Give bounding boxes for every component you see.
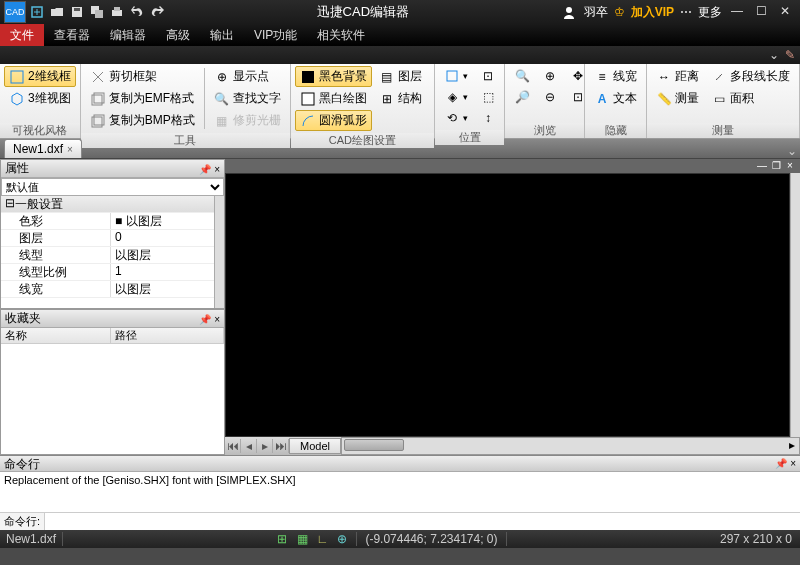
pin-icon[interactable]: 📌 bbox=[199, 164, 211, 175]
ribbon-collapse-icon[interactable]: ⌄ bbox=[766, 48, 782, 62]
model-tab[interactable]: Model bbox=[289, 438, 341, 454]
btn-distance[interactable]: ↔距离 bbox=[651, 66, 704, 87]
btn-zoom4[interactable]: ⊖ bbox=[537, 87, 563, 107]
props-section[interactable]: ⊟ 一般设置 bbox=[1, 196, 214, 213]
grid-icon[interactable]: ▦ bbox=[294, 532, 310, 546]
username[interactable]: 羽卒 bbox=[584, 4, 608, 21]
btn-pos2[interactable]: ◈▾ bbox=[439, 87, 473, 107]
more-icon: ⋯ bbox=[680, 5, 692, 19]
prop-row[interactable]: 线宽以图层 bbox=[1, 281, 214, 298]
status-coord: (-9.074446; 7.234174; 0) bbox=[356, 532, 506, 546]
save-icon[interactable] bbox=[68, 3, 86, 21]
group-visual: 可视化风格 bbox=[0, 123, 80, 138]
tab-nav-prev[interactable]: ◂ bbox=[241, 439, 257, 453]
btn-structure[interactable]: ⊞结构 bbox=[374, 88, 427, 109]
panel-close-icon[interactable]: × bbox=[214, 164, 220, 175]
canvas-vscroll[interactable] bbox=[790, 173, 800, 437]
ortho-icon[interactable]: ∟ bbox=[314, 532, 330, 546]
btn-black-bg[interactable]: 黑色背景 bbox=[295, 66, 372, 87]
maximize-button[interactable]: ☐ bbox=[752, 4, 770, 20]
svg-rect-15 bbox=[302, 71, 314, 83]
canvas-hscroll[interactable]: ◂ ▸ bbox=[341, 437, 800, 455]
prop-row[interactable]: 线型比例1 bbox=[1, 264, 214, 281]
btn-text[interactable]: A文本 bbox=[589, 88, 642, 109]
group-measure: 测量 bbox=[647, 123, 799, 138]
canvas-min-icon[interactable]: — bbox=[756, 160, 768, 172]
vip-link[interactable]: 加入VIP bbox=[631, 4, 674, 21]
fav-panel-title: 收藏夹 📌 × bbox=[1, 310, 224, 328]
menu-output[interactable]: 输出 bbox=[200, 24, 244, 46]
props-select[interactable]: 默认值 bbox=[1, 178, 224, 196]
titlebar: CAD 迅捷CAD编辑器 羽卒 ♔ 加入VIP ⋯ 更多 — ☐ ✕ bbox=[0, 0, 800, 24]
panel-close-icon[interactable]: × bbox=[214, 314, 220, 325]
btn-polyline-len[interactable]: ⟋多段线长度 bbox=[706, 66, 795, 87]
menu-related[interactable]: 相关软件 bbox=[307, 24, 375, 46]
print-icon[interactable] bbox=[108, 3, 126, 21]
pin-icon[interactable]: 📌 bbox=[775, 458, 787, 469]
btn-smooth-arc[interactable]: 圆滑弧形 bbox=[295, 110, 372, 131]
btn-pos1[interactable]: ▾ bbox=[439, 66, 473, 86]
close-button[interactable]: ✕ bbox=[776, 4, 794, 20]
btn-cut-frame[interactable]: 剪切框架 bbox=[85, 66, 200, 87]
minimize-button[interactable]: — bbox=[728, 4, 746, 20]
canvas-max-icon[interactable]: ❐ bbox=[770, 160, 782, 172]
btn-show-points[interactable]: ⊕显示点 bbox=[209, 66, 286, 87]
canvas-close-icon[interactable]: × bbox=[784, 160, 796, 172]
doc-tab[interactable]: New1.dxf× bbox=[4, 139, 82, 158]
btn-zoom1[interactable]: 🔍 bbox=[509, 66, 535, 86]
btn-lineweight[interactable]: ≡线宽 bbox=[589, 66, 642, 87]
btn-pos6[interactable]: ↕ bbox=[475, 108, 501, 128]
prop-row[interactable]: 线型以图层 bbox=[1, 247, 214, 264]
btn-layers[interactable]: ▤图层 bbox=[374, 66, 427, 87]
btn-measure[interactable]: 📏测量 bbox=[651, 88, 704, 109]
menu-editor[interactable]: 编辑器 bbox=[100, 24, 156, 46]
saveall-icon[interactable] bbox=[88, 3, 106, 21]
btn-2d-wireframe[interactable]: 2维线框 bbox=[4, 66, 76, 87]
svg-point-9 bbox=[566, 7, 572, 13]
prop-row[interactable]: 色彩■ 以图层 bbox=[1, 213, 214, 230]
tabs-collapse-icon[interactable]: ⌄ bbox=[784, 144, 800, 158]
btn-pos3[interactable]: ⟲▾ bbox=[439, 108, 473, 128]
props-scrollbar[interactable] bbox=[214, 196, 224, 308]
btn-copy-bmp[interactable]: 复制为BMP格式 bbox=[85, 110, 200, 131]
btn-find-text[interactable]: 🔍查找文字 bbox=[209, 88, 286, 109]
group-cad-settings: CAD绘图设置 bbox=[291, 133, 434, 148]
tab-close-icon[interactable]: × bbox=[67, 144, 73, 155]
new-icon[interactable] bbox=[28, 3, 46, 21]
btn-zoom2[interactable]: 🔎 bbox=[509, 87, 535, 107]
osnap-icon[interactable]: ⊕ bbox=[334, 532, 350, 546]
panel-close-icon[interactable]: × bbox=[790, 458, 796, 469]
btn-pos4[interactable]: ⊡ bbox=[475, 66, 501, 86]
cmd-output: Replacement of the [Geniso.SHX] font wit… bbox=[0, 472, 800, 512]
btn-copy-emf[interactable]: 复制为EMF格式 bbox=[85, 88, 200, 109]
tab-nav-next[interactable]: ▸ bbox=[257, 439, 273, 453]
tab-nav-first[interactable]: ⏮ bbox=[225, 439, 241, 453]
pin-icon[interactable]: 📌 bbox=[199, 314, 211, 325]
fav-col-path[interactable]: 路径 bbox=[111, 328, 224, 343]
tab-nav-last[interactable]: ⏭ bbox=[273, 439, 289, 453]
prop-row[interactable]: 图层0 bbox=[1, 230, 214, 247]
cmd-input[interactable] bbox=[45, 513, 800, 530]
btn-trim-raster[interactable]: ▦修剪光栅 bbox=[209, 110, 286, 131]
btn-bw-draw[interactable]: 黑白绘图 bbox=[295, 88, 372, 109]
open-icon[interactable] bbox=[48, 3, 66, 21]
btn-area[interactable]: ▭面积 bbox=[706, 88, 795, 109]
props-panel-title: 属性 📌 × bbox=[1, 160, 224, 178]
menu-file[interactable]: 文件 bbox=[0, 24, 44, 46]
redo-icon[interactable] bbox=[148, 3, 166, 21]
menu-viewer[interactable]: 查看器 bbox=[44, 24, 100, 46]
fav-col-name[interactable]: 名称 bbox=[1, 328, 111, 343]
menu-advanced[interactable]: 高级 bbox=[156, 24, 200, 46]
canvas[interactable] bbox=[225, 173, 790, 437]
status-file: New1.dxf bbox=[0, 532, 63, 546]
group-tools: 工具 bbox=[81, 133, 290, 148]
undo-icon[interactable] bbox=[128, 3, 146, 21]
user-icon[interactable] bbox=[560, 3, 578, 21]
menu-vip[interactable]: VIP功能 bbox=[244, 24, 307, 46]
btn-pos5[interactable]: ⬚ bbox=[475, 87, 501, 107]
snap-icon[interactable]: ⊞ bbox=[274, 532, 290, 546]
btn-zoom3[interactable]: ⊕ bbox=[537, 66, 563, 86]
brush-icon[interactable]: ✎ bbox=[782, 48, 798, 62]
more-link[interactable]: 更多 bbox=[698, 4, 722, 21]
btn-3d-view[interactable]: 3维视图 bbox=[4, 88, 76, 109]
